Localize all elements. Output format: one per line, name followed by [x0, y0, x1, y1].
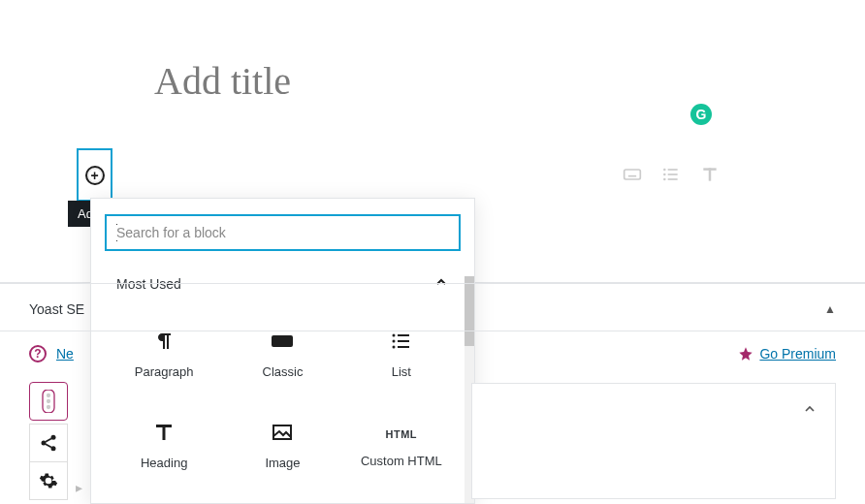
- chevron-up-icon[interactable]: [802, 401, 817, 421]
- traffic-light-icon: [40, 390, 57, 413]
- share-icon: [39, 433, 58, 453]
- svg-point-8: [663, 173, 666, 176]
- svg-rect-28: [163, 425, 166, 440]
- block-custom-html[interactable]: HTML Custom HTML: [342, 399, 461, 490]
- block-label: Heading: [141, 456, 187, 470]
- keyboard-icon[interactable]: [623, 165, 642, 188]
- add-block-button[interactable]: +: [77, 148, 112, 202]
- go-premium-label: Go Premium: [759, 346, 836, 362]
- yoast-side-tabs: [29, 383, 68, 500]
- html-icon: HTML: [386, 428, 418, 440]
- yoast-panel-title: Yoast SE: [29, 301, 84, 317]
- list-icon[interactable]: [661, 165, 681, 188]
- svg-rect-9: [668, 173, 678, 175]
- star-icon: [738, 346, 753, 362]
- svg-point-31: [47, 394, 50, 397]
- svg-point-32: [47, 399, 50, 403]
- collapse-triangle-icon: ▲: [824, 302, 836, 316]
- block-toolbar: [623, 165, 720, 188]
- svg-point-6: [663, 169, 666, 172]
- go-premium-link[interactable]: Go Premium: [738, 346, 836, 362]
- svg-rect-0: [625, 170, 641, 179]
- block-heading[interactable]: Heading: [105, 399, 223, 490]
- social-tab[interactable]: [29, 424, 68, 462]
- svg-point-34: [42, 441, 47, 446]
- grammarly-badge[interactable]: G: [690, 104, 712, 125]
- yoast-panel-header[interactable]: Yoast SE ▲: [0, 284, 865, 331]
- svg-rect-13: [709, 168, 712, 180]
- help-icon[interactable]: ?: [29, 345, 47, 362]
- yoast-subbar: ? Ne Go Premium: [0, 331, 865, 376]
- heading-icon: [150, 421, 177, 444]
- plus-icon: +: [85, 166, 105, 185]
- expand-arrow-icon[interactable]: ▸: [76, 480, 82, 495]
- svg-point-33: [47, 405, 50, 409]
- svg-rect-7: [668, 169, 678, 171]
- svg-point-36: [51, 446, 56, 451]
- yoast-seo-panel: Yoast SE ▲ ? Ne Go Premium: [0, 283, 865, 376]
- svg-line-38: [46, 444, 51, 447]
- advanced-tab[interactable]: [29, 461, 68, 500]
- snippet-preview-panel: [471, 383, 836, 499]
- image-icon: [269, 421, 296, 444]
- block-label: Custom HTML: [361, 454, 442, 468]
- svg-line-37: [46, 438, 51, 441]
- svg-point-35: [51, 435, 56, 440]
- block-search-input[interactable]: [116, 225, 449, 240]
- post-title-input[interactable]: Add title: [154, 58, 865, 104]
- readability-tab[interactable]: [29, 382, 68, 421]
- text-icon[interactable]: [700, 165, 720, 188]
- block-search-wrapper: [105, 214, 461, 251]
- svg-rect-11: [668, 178, 678, 180]
- gear-icon: [39, 471, 58, 490]
- block-label: Image: [265, 456, 300, 470]
- svg-rect-29: [273, 425, 291, 439]
- need-help-link[interactable]: Ne: [56, 346, 74, 362]
- svg-point-10: [663, 178, 666, 181]
- block-image[interactable]: Image: [223, 399, 341, 490]
